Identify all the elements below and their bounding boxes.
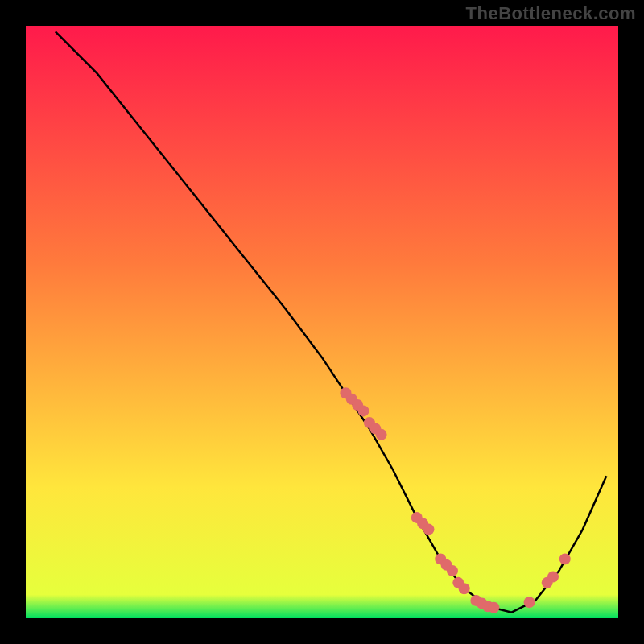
- sample-point: [524, 597, 535, 608]
- sample-point: [547, 571, 559, 582]
- sample-point: [447, 565, 458, 576]
- sample-point: [488, 602, 499, 613]
- sample-point: [459, 583, 470, 594]
- plot-background: [26, 26, 618, 618]
- chart-frame: TheBottleneck.com: [0, 0, 644, 644]
- sample-point: [423, 524, 434, 535]
- bottleneck-chart: [0, 0, 644, 644]
- watermark-text: TheBottleneck.com: [466, 3, 636, 24]
- sample-point: [559, 553, 571, 564]
- sample-point: [358, 405, 369, 416]
- sample-point: [376, 429, 387, 440]
